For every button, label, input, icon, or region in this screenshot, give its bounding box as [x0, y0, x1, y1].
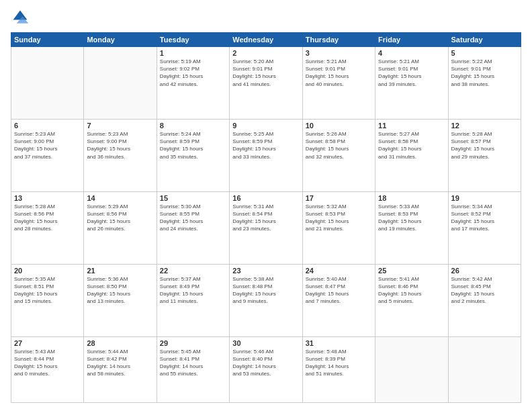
day-number: 29 [160, 339, 226, 347]
day-info: Sunrise: 5:21 AM Sunset: 9:01 PM Dayligh… [306, 58, 372, 88]
calendar-cell: 21Sunrise: 5:36 AM Sunset: 8:50 PM Dayli… [84, 264, 157, 336]
header [11, 8, 521, 27]
calendar-cell: 8Sunrise: 5:24 AM Sunset: 8:59 PM Daylig… [157, 119, 229, 191]
day-info: Sunrise: 5:22 AM Sunset: 9:01 PM Dayligh… [451, 58, 518, 88]
calendar-cell: 17Sunrise: 5:32 AM Sunset: 8:53 PM Dayli… [302, 191, 375, 264]
day-number: 22 [160, 267, 226, 275]
calendar-cell: 13Sunrise: 5:28 AM Sunset: 8:56 PM Dayli… [11, 191, 84, 264]
calendar-cell [375, 336, 448, 402]
calendar-cell: 26Sunrise: 5:42 AM Sunset: 8:45 PM Dayli… [448, 264, 521, 336]
logo-icon [11, 8, 30, 27]
logo [11, 8, 31, 27]
calendar-cell: 1Sunrise: 5:19 AM Sunset: 9:02 PM Daylig… [157, 47, 229, 120]
day-info: Sunrise: 5:44 AM Sunset: 8:42 PM Dayligh… [87, 348, 153, 378]
day-number: 21 [87, 267, 153, 275]
day-info: Sunrise: 5:19 AM Sunset: 9:02 PM Dayligh… [160, 58, 226, 88]
calendar-cell: 6Sunrise: 5:23 AM Sunset: 9:00 PM Daylig… [11, 119, 84, 191]
weekday-header-sunday: Sunday [11, 33, 84, 47]
day-info: Sunrise: 5:23 AM Sunset: 9:00 PM Dayligh… [14, 130, 81, 161]
calendar-cell: 11Sunrise: 5:27 AM Sunset: 8:58 PM Dayli… [375, 119, 448, 191]
day-number: 3 [306, 49, 372, 57]
day-info: Sunrise: 5:46 AM Sunset: 8:40 PM Dayligh… [232, 348, 299, 378]
day-number: 8 [160, 122, 226, 130]
day-info: Sunrise: 5:40 AM Sunset: 8:47 PM Dayligh… [306, 275, 372, 306]
day-info: Sunrise: 5:34 AM Sunset: 8:52 PM Dayligh… [451, 203, 518, 233]
day-number: 25 [378, 267, 445, 275]
calendar-cell: 4Sunrise: 5:21 AM Sunset: 9:01 PM Daylig… [375, 47, 448, 120]
day-info: Sunrise: 5:45 AM Sunset: 8:41 PM Dayligh… [160, 348, 226, 378]
calendar-cell: 23Sunrise: 5:38 AM Sunset: 8:48 PM Dayli… [230, 264, 302, 336]
day-number: 27 [14, 339, 81, 347]
day-number: 4 [378, 49, 445, 57]
calendar-cell: 2Sunrise: 5:20 AM Sunset: 9:01 PM Daylig… [230, 47, 302, 120]
day-info: Sunrise: 5:42 AM Sunset: 8:45 PM Dayligh… [451, 275, 518, 306]
day-info: Sunrise: 5:28 AM Sunset: 8:57 PM Dayligh… [451, 130, 518, 161]
day-info: Sunrise: 5:27 AM Sunset: 8:58 PM Dayligh… [378, 130, 445, 161]
day-number: 31 [306, 339, 372, 347]
day-number: 23 [232, 267, 299, 275]
day-info: Sunrise: 5:26 AM Sunset: 8:58 PM Dayligh… [306, 130, 372, 161]
calendar-cell: 22Sunrise: 5:37 AM Sunset: 8:49 PM Dayli… [157, 264, 229, 336]
calendar-cell: 5Sunrise: 5:22 AM Sunset: 9:01 PM Daylig… [448, 47, 521, 120]
calendar-cell: 31Sunrise: 5:48 AM Sunset: 8:39 PM Dayli… [302, 336, 375, 402]
calendar-cell: 25Sunrise: 5:41 AM Sunset: 8:46 PM Dayli… [375, 264, 448, 336]
day-info: Sunrise: 5:30 AM Sunset: 8:55 PM Dayligh… [160, 203, 226, 233]
day-number: 5 [451, 49, 518, 57]
day-info: Sunrise: 5:24 AM Sunset: 8:59 PM Dayligh… [160, 130, 226, 161]
page: SundayMondayTuesdayWednesdayThursdayFrid… [0, 0, 532, 411]
calendar-week-row: 27Sunrise: 5:43 AM Sunset: 8:44 PM Dayli… [11, 336, 521, 402]
calendar-cell: 7Sunrise: 5:23 AM Sunset: 9:00 PM Daylig… [84, 119, 157, 191]
calendar-cell: 10Sunrise: 5:26 AM Sunset: 8:58 PM Dayli… [302, 119, 375, 191]
day-number: 26 [451, 267, 518, 275]
day-info: Sunrise: 5:23 AM Sunset: 9:00 PM Dayligh… [87, 130, 153, 161]
day-number: 16 [232, 194, 299, 202]
day-info: Sunrise: 5:31 AM Sunset: 8:54 PM Dayligh… [232, 203, 299, 233]
day-info: Sunrise: 5:38 AM Sunset: 8:48 PM Dayligh… [232, 275, 299, 306]
day-info: Sunrise: 5:33 AM Sunset: 8:53 PM Dayligh… [378, 203, 445, 233]
calendar-cell: 30Sunrise: 5:46 AM Sunset: 8:40 PM Dayli… [230, 336, 302, 402]
day-number: 15 [160, 194, 226, 202]
calendar-cell [84, 47, 157, 120]
day-info: Sunrise: 5:25 AM Sunset: 8:59 PM Dayligh… [232, 130, 299, 161]
calendar-cell: 9Sunrise: 5:25 AM Sunset: 8:59 PM Daylig… [230, 119, 302, 191]
weekday-header-tuesday: Tuesday [157, 33, 229, 47]
weekday-header-saturday: Saturday [448, 33, 521, 47]
day-number: 20 [14, 267, 81, 275]
calendar-cell: 14Sunrise: 5:29 AM Sunset: 8:56 PM Dayli… [84, 191, 157, 264]
weekday-header-friday: Friday [375, 33, 448, 47]
day-number: 24 [306, 267, 372, 275]
day-info: Sunrise: 5:37 AM Sunset: 8:49 PM Dayligh… [160, 275, 226, 306]
day-number: 14 [87, 194, 153, 202]
day-number: 13 [14, 194, 81, 202]
day-number: 7 [87, 122, 153, 130]
calendar-week-row: 20Sunrise: 5:35 AM Sunset: 8:51 PM Dayli… [11, 264, 521, 336]
calendar-cell: 12Sunrise: 5:28 AM Sunset: 8:57 PM Dayli… [448, 119, 521, 191]
day-number: 28 [87, 339, 153, 347]
day-number: 19 [451, 194, 518, 202]
calendar-cell: 18Sunrise: 5:33 AM Sunset: 8:53 PM Dayli… [375, 191, 448, 264]
day-info: Sunrise: 5:29 AM Sunset: 8:56 PM Dayligh… [87, 203, 153, 233]
calendar-week-row: 6Sunrise: 5:23 AM Sunset: 9:00 PM Daylig… [11, 119, 521, 191]
calendar-week-row: 1Sunrise: 5:19 AM Sunset: 9:02 PM Daylig… [11, 47, 521, 120]
calendar-week-row: 13Sunrise: 5:28 AM Sunset: 8:56 PM Dayli… [11, 191, 521, 264]
day-info: Sunrise: 5:35 AM Sunset: 8:51 PM Dayligh… [14, 275, 81, 306]
day-info: Sunrise: 5:32 AM Sunset: 8:53 PM Dayligh… [306, 203, 372, 233]
day-number: 1 [160, 49, 226, 57]
calendar-cell: 20Sunrise: 5:35 AM Sunset: 8:51 PM Dayli… [11, 264, 84, 336]
day-number: 10 [306, 122, 372, 130]
day-number: 18 [378, 194, 445, 202]
day-number: 11 [378, 122, 445, 130]
calendar-cell: 3Sunrise: 5:21 AM Sunset: 9:01 PM Daylig… [302, 47, 375, 120]
calendar-cell: 19Sunrise: 5:34 AM Sunset: 8:52 PM Dayli… [448, 191, 521, 264]
weekday-header-monday: Monday [84, 33, 157, 47]
calendar-cell [11, 47, 84, 120]
day-number: 17 [306, 194, 372, 202]
day-number: 6 [14, 122, 81, 130]
calendar-cell [448, 336, 521, 402]
day-info: Sunrise: 5:28 AM Sunset: 8:56 PM Dayligh… [14, 203, 81, 233]
calendar-cell: 29Sunrise: 5:45 AM Sunset: 8:41 PM Dayli… [157, 336, 229, 402]
day-info: Sunrise: 5:41 AM Sunset: 8:46 PM Dayligh… [378, 275, 445, 306]
weekday-header-row: SundayMondayTuesdayWednesdayThursdayFrid… [11, 33, 521, 47]
day-number: 9 [232, 122, 299, 130]
calendar-cell: 27Sunrise: 5:43 AM Sunset: 8:44 PM Dayli… [11, 336, 84, 402]
